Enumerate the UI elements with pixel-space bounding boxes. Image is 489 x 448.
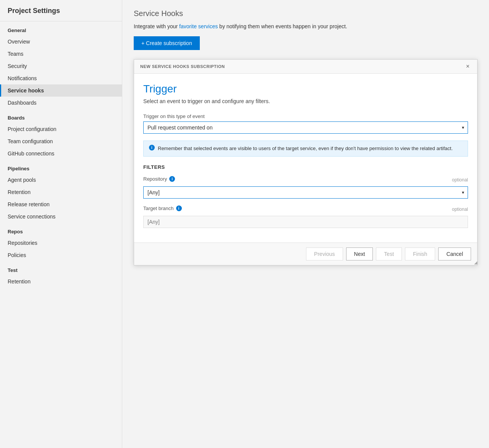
sidebar-item-retention[interactable]: Retention xyxy=(0,275,122,288)
dialog-body: Trigger Select an event to trigger on an… xyxy=(134,74,477,243)
info-circle-icon: i xyxy=(149,145,155,150)
repository-form-group: Repository i optional [Any] ▾ xyxy=(143,176,468,199)
sidebar-item-overview[interactable]: Overview xyxy=(0,36,122,48)
sidebar-item-retention[interactable]: Retention xyxy=(0,186,122,198)
sidebar-section-header: Test xyxy=(0,261,122,275)
sidebar: Project Settings GeneralOverviewTeamsSec… xyxy=(0,0,122,448)
sidebar-item-team-configuration[interactable]: Team configuration xyxy=(0,135,122,147)
dialog-header-title: NEW SERVICE HOOKS SUBSCRIPTION xyxy=(140,64,225,69)
sidebar-section-header: General xyxy=(0,21,122,36)
repository-select-wrapper: [Any] ▾ xyxy=(143,186,468,199)
dialog-section-desc: Select an event to trigger on and config… xyxy=(143,98,468,104)
sidebar-item-notifications[interactable]: Notifications xyxy=(0,72,122,84)
main-description: Integrate with your favorite services by… xyxy=(134,23,478,29)
sidebar-item-project-configuration[interactable]: Project configuration xyxy=(0,123,122,135)
trigger-select-wrapper: Pull request commented onPull request cr… xyxy=(143,121,468,134)
sidebar-section-header: Boards xyxy=(0,109,122,123)
dialog: NEW SERVICE HOOKS SUBSCRIPTION × Trigger… xyxy=(134,59,478,265)
create-subscription-button[interactable]: + Create subscription xyxy=(134,36,200,50)
filters-header: FILTERS xyxy=(143,164,468,170)
target-branch-optional: optional xyxy=(452,207,468,212)
sidebar-item-policies[interactable]: Policies xyxy=(0,249,122,261)
info-box: i Remember that selected events are visi… xyxy=(143,141,468,157)
repository-label-row: Repository i optional xyxy=(143,176,468,184)
page-title: Service Hooks xyxy=(134,9,478,18)
repository-select[interactable]: [Any] xyxy=(143,186,468,199)
resize-handle[interactable]: ◢ xyxy=(472,260,477,265)
target-branch-input[interactable] xyxy=(143,216,468,228)
dialog-header: NEW SERVICE HOOKS SUBSCRIPTION × xyxy=(134,60,477,74)
dialog-footer: Previous Next Test Finish Cancel xyxy=(134,243,477,265)
sidebar-item-release-retention[interactable]: Release retention xyxy=(0,198,122,210)
sidebar-item-teams[interactable]: Teams xyxy=(0,48,122,60)
sidebar-item-service-hooks[interactable]: Service hooks xyxy=(0,84,122,97)
sidebar-section-header: Repos xyxy=(0,223,122,237)
sidebar-item-security[interactable]: Security xyxy=(0,60,122,72)
sidebar-item-dashboards[interactable]: Dashboards xyxy=(0,97,122,109)
target-branch-label: Target branch i xyxy=(143,205,182,211)
sidebar-item-repositories[interactable]: Repositories xyxy=(0,237,122,249)
main-content: Service Hooks Integrate with your favori… xyxy=(122,0,489,448)
repository-info-icon: i xyxy=(169,176,175,182)
next-button[interactable]: Next xyxy=(346,247,373,260)
sidebar-section-header: Pipelines xyxy=(0,160,122,174)
description-highlight: favorite services xyxy=(179,23,218,29)
trigger-label: Trigger on this type of event xyxy=(143,113,468,119)
test-button[interactable]: Test xyxy=(376,247,402,260)
target-branch-info-icon: i xyxy=(176,205,182,211)
target-branch-form-group: Target branch i optional xyxy=(143,205,468,228)
trigger-select[interactable]: Pull request commented onPull request cr… xyxy=(143,121,468,134)
dialog-close-button[interactable]: × xyxy=(465,63,471,70)
target-branch-label-row: Target branch i optional xyxy=(143,205,468,213)
sidebar-item-agent-pools[interactable]: Agent pools xyxy=(0,174,122,186)
trigger-form-group: Trigger on this type of event Pull reque… xyxy=(143,113,468,134)
finish-button[interactable]: Finish xyxy=(405,247,435,260)
dialog-section-title: Trigger xyxy=(143,83,468,95)
repository-optional: optional xyxy=(452,177,468,183)
cancel-button[interactable]: Cancel xyxy=(438,247,471,260)
sidebar-item-service-connections[interactable]: Service connections xyxy=(0,210,122,223)
sidebar-title: Project Settings xyxy=(0,0,122,21)
previous-button[interactable]: Previous xyxy=(306,247,343,260)
info-box-text: Remember that selected events are visibl… xyxy=(158,145,453,152)
repository-label: Repository i xyxy=(143,176,175,182)
sidebar-item-github-connections[interactable]: GitHub connections xyxy=(0,147,122,160)
